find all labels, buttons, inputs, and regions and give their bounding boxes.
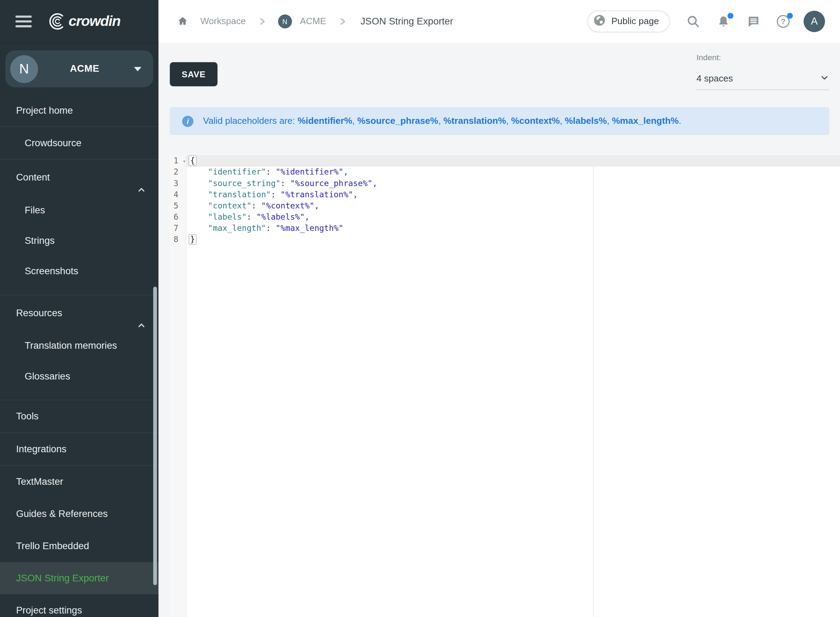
sidebar-item-strings[interactable]: Strings	[0, 226, 158, 256]
help-notification-dot	[787, 13, 793, 19]
line-number: 8	[170, 234, 186, 245]
section-label: Resources	[16, 307, 62, 318]
placeholder-token: %source_phrase%	[357, 116, 439, 126]
code-token: "context"	[208, 201, 252, 211]
breadcrumb-workspace[interactable]: Workspace	[200, 16, 246, 27]
code-line-2: "identifier": "%identifier%",	[186, 167, 840, 178]
page-title: JSON String Exporter	[361, 16, 453, 27]
line-number: 7	[170, 223, 186, 234]
notification-dot	[727, 13, 733, 19]
sidebar-item-project-settings[interactable]: Project settings	[0, 594, 158, 617]
chevron-right-icon	[258, 16, 266, 26]
fold-arrow-icon[interactable]: ▾	[183, 155, 186, 167]
editor-gutter: 1▾2345678	[170, 155, 186, 617]
line-number: 4	[170, 189, 186, 201]
sidebar-item-guides-references[interactable]: Guides & References	[0, 498, 158, 530]
sidebar-section-toggle-resources[interactable]: Resources	[0, 295, 158, 331]
main-content: SAVE Indent: 4 spaces i Valid placeholde…	[158, 43, 840, 617]
sidebar-item-crowdsource[interactable]: Crowdsource	[0, 127, 158, 159]
crowdin-app: crowdin N ACME Project homeCrowdsourceCo…	[0, 0, 840, 617]
code-token: "%translation%",	[280, 190, 358, 199]
editor-lines: { "identifier": "%identifier%", "source_…	[186, 155, 840, 245]
code-line-8: }	[186, 234, 840, 245]
globe-icon	[593, 14, 606, 29]
sidebar-item-project-home[interactable]: Project home	[0, 94, 158, 127]
sidebar: crowdin N ACME Project homeCrowdsourceCo…	[0, 0, 158, 617]
code-token: }	[189, 234, 196, 245]
code-token: "%identifier%",	[276, 167, 348, 177]
sidebar-section-toggle-content[interactable]: Content	[0, 160, 158, 195]
code-line-6: "labels": "%labels%",	[186, 212, 840, 223]
code-token: :	[266, 223, 276, 233]
topbar: Workspace N ACME JSON String Exporter Pu…	[158, 0, 840, 43]
line-number: 3	[170, 178, 186, 189]
placeholder-token: %context%	[511, 116, 560, 126]
code-line-4: "translation": "%translation%",	[186, 189, 840, 201]
chevron-down-icon	[820, 73, 830, 85]
help-icon[interactable]: ?	[777, 15, 790, 28]
code-line-7: "max_length": "%max_length%"	[186, 223, 840, 234]
section-label: Content	[16, 172, 50, 183]
info-icon: i	[182, 115, 193, 127]
indent-label: Indent:	[696, 52, 829, 62]
home-icon[interactable]	[177, 15, 189, 27]
breadcrumb-project-avatar: N	[278, 14, 292, 28]
sidebar-logo-row: crowdin	[0, 0, 158, 43]
code-token: "%source_phrase%",	[290, 179, 377, 188]
code-token	[189, 223, 208, 233]
line-number: 6	[170, 212, 186, 223]
project-name: ACME	[43, 63, 127, 74]
topbar-actions: Public page	[588, 11, 825, 32]
sidebar-item-files[interactable]: Files	[0, 195, 158, 226]
sidebar-section-resources: ResourcesTranslation memoriesGlossaries	[0, 295, 158, 400]
menu-hamburger-icon[interactable]	[15, 13, 31, 30]
sidebar-item-integrations[interactable]: Integrations	[0, 433, 158, 465]
sidebar-item-glossaries[interactable]: Glossaries	[0, 361, 158, 391]
code-token: "max_length"	[208, 223, 266, 233]
messages-icon[interactable]	[747, 15, 760, 28]
search-icon[interactable]	[686, 14, 700, 28]
sidebar-item-tools[interactable]: Tools	[0, 400, 158, 432]
caret-down-icon	[134, 67, 141, 71]
crowdin-logo[interactable]: crowdin	[47, 12, 120, 31]
sidebar-item-trello-embedded[interactable]: Trello Embedded	[0, 530, 158, 562]
sidebar-item-json-string-exporter[interactable]: JSON String Exporter	[0, 562, 158, 594]
sidebar-item-screenshots[interactable]: Screenshots	[0, 256, 158, 286]
template-code-editor: 1▾2345678 { "identifier": "%identifier%"…	[170, 155, 840, 617]
project-avatar: N	[10, 55, 38, 83]
public-page-label: Public page	[611, 16, 659, 27]
code-token: "%max_length%"	[276, 223, 343, 233]
user-avatar[interactable]: A	[804, 11, 825, 32]
notifications-bell-icon[interactable]	[717, 15, 730, 28]
save-button[interactable]: SAVE	[170, 62, 218, 86]
sidebar-item-textmaster[interactable]: TextMaster	[0, 465, 158, 498]
code-token: :	[280, 179, 290, 188]
code-token	[189, 179, 208, 188]
code-token	[189, 201, 208, 211]
indent-select[interactable]: 4 spaces	[696, 68, 829, 90]
code-token: :	[246, 212, 256, 222]
code-token: :	[252, 201, 261, 211]
code-token: {	[189, 155, 196, 166]
code-token	[189, 212, 208, 222]
code-token: "labels"	[208, 212, 247, 222]
indent-control: Indent: 4 spaces	[696, 52, 829, 90]
line-number: 1▾	[170, 155, 186, 167]
sidebar-scrollbar-thumb[interactable]	[153, 287, 157, 585]
banner-text: Valid placeholders are: %identifier%, %s…	[203, 116, 681, 127]
code-token: "%context%",	[261, 201, 319, 211]
placeholders-info-banner: i Valid placeholders are: %identifier%, …	[170, 107, 830, 135]
code-token: "%labels%",	[256, 212, 309, 222]
code-token: "source_string"	[208, 179, 281, 188]
sidebar-item-translation-memories[interactable]: Translation memories	[0, 331, 158, 361]
public-page-button[interactable]: Public page	[588, 11, 670, 32]
placeholder-token: %translation%	[444, 116, 506, 126]
line-number: 5	[170, 201, 186, 212]
crowdin-swirl-icon	[47, 12, 66, 31]
project-switcher[interactable]: N ACME	[5, 50, 153, 87]
code-token	[189, 190, 208, 199]
placeholder-token: %max_length%	[612, 116, 679, 126]
editor-code-area[interactable]: { "identifier": "%identifier%", "source_…	[186, 155, 840, 617]
placeholder-token: %identifier%	[298, 116, 352, 126]
breadcrumb-project[interactable]: ACME	[300, 16, 326, 27]
